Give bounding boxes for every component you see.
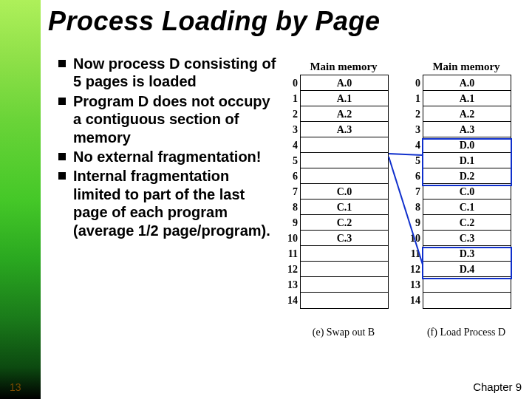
memory-frame: A.2 xyxy=(301,106,388,122)
memory-frame: C.1 xyxy=(423,200,511,215)
frame-index: 13 xyxy=(406,277,420,293)
frame-index: 14 xyxy=(406,293,420,308)
memory-frame: C.2 xyxy=(301,215,388,231)
memory-frame: A.3 xyxy=(301,122,388,137)
frame-index: 8 xyxy=(406,200,420,215)
bullet-item: Program D does not occupy a contiguous s… xyxy=(57,92,279,146)
memory-column-after: Main memory 0A.01A.12A.23A.34D.05D.16D.2… xyxy=(405,61,528,309)
frame-index: 4 xyxy=(406,137,420,153)
memory-frame: C.3 xyxy=(423,231,511,246)
frame-index: 6 xyxy=(283,168,298,184)
frame-index: 7 xyxy=(406,184,420,200)
page-number: 13 xyxy=(10,381,21,393)
memory-frame: A.1 xyxy=(423,91,511,106)
frame-index: 13 xyxy=(283,277,298,293)
frame-index: 2 xyxy=(283,106,298,122)
frame-index: 11 xyxy=(406,246,420,262)
bullet-item: Internal fragmentation limited to part o… xyxy=(57,167,279,239)
frame-index: 12 xyxy=(406,262,420,277)
memory-frame: C.0 xyxy=(423,184,511,200)
frame-index: 3 xyxy=(283,122,298,137)
caption-after: (f) Load Process D xyxy=(405,327,528,338)
page-title: Process Loading by Page xyxy=(48,6,381,37)
frame-index: 2 xyxy=(406,106,420,122)
memory-frame xyxy=(301,262,388,277)
memory-frame: D.4 xyxy=(423,262,511,277)
frame-index: 0 xyxy=(406,75,420,91)
memory-frame: C.1 xyxy=(301,200,388,215)
frame-index: 7 xyxy=(283,184,298,200)
slide-body: Process Loading by Page Now process D co… xyxy=(41,0,532,399)
frame-index: 14 xyxy=(283,293,298,308)
memory-frame: D.2 xyxy=(423,168,511,184)
frame-index: 9 xyxy=(283,215,298,231)
decorative-gradient xyxy=(0,0,41,399)
memory-figure: Main memory 0A.01A.12A.23A.34567C.08C.19… xyxy=(282,61,528,338)
memory-header: Main memory xyxy=(405,61,528,73)
frame-index: 12 xyxy=(283,262,298,277)
memory-frame: A.2 xyxy=(423,106,511,122)
frame-index: 5 xyxy=(406,153,420,168)
memory-frame xyxy=(301,168,388,184)
memory-header: Main memory xyxy=(282,61,405,73)
frame-index: 9 xyxy=(406,215,420,231)
memory-frame xyxy=(301,153,388,168)
memory-frame: A.0 xyxy=(301,75,388,91)
memory-frame: C.2 xyxy=(423,215,511,231)
memory-frame xyxy=(423,277,511,293)
memory-frame: C.3 xyxy=(301,231,388,246)
frame-index: 8 xyxy=(283,200,298,215)
frame-index: 4 xyxy=(283,137,298,153)
memory-frame xyxy=(301,246,388,262)
frame-index: 5 xyxy=(283,153,298,168)
memory-frame xyxy=(301,277,388,293)
memory-frame: A.1 xyxy=(301,91,388,106)
chapter-label: Chapter 9 xyxy=(473,381,522,393)
frame-index: 3 xyxy=(406,122,420,137)
memory-frame: A.0 xyxy=(423,75,511,91)
memory-frame xyxy=(301,293,388,308)
memory-frame: D.0 xyxy=(423,137,511,153)
frame-index: 1 xyxy=(406,91,420,106)
frame-index: 1 xyxy=(283,91,298,106)
bullet-region: Now process D consisting of 5 pages is l… xyxy=(57,55,279,241)
caption-before: (e) Swap out B xyxy=(282,327,405,338)
frame-index: 6 xyxy=(406,168,420,184)
memory-frame xyxy=(301,137,388,153)
bullet-item: No external fragmentation! xyxy=(57,148,279,166)
memory-frame xyxy=(423,293,511,308)
frame-index: 0 xyxy=(283,75,298,91)
frame-index: 10 xyxy=(406,231,420,246)
memory-frame: D.1 xyxy=(423,153,511,168)
frame-index: 11 xyxy=(283,246,298,262)
frame-index: 10 xyxy=(283,231,298,246)
memory-frame: C.0 xyxy=(301,184,388,200)
memory-frame: D.3 xyxy=(423,246,511,262)
memory-column-before: Main memory 0A.01A.12A.23A.34567C.08C.19… xyxy=(282,61,405,309)
bullet-item: Now process D consisting of 5 pages is l… xyxy=(57,55,279,91)
memory-frame: A.3 xyxy=(423,122,511,137)
